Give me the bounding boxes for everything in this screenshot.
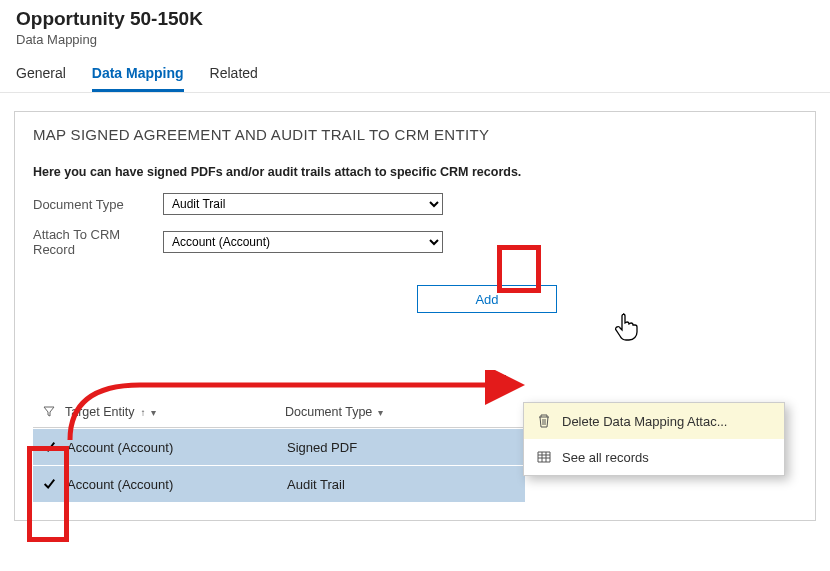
section-intro: Here you can have signed PDFs and/or aud… xyxy=(33,165,797,179)
chevron-down-icon: ▾ xyxy=(151,407,156,418)
attach-to-select[interactable]: Account (Account) xyxy=(163,231,443,253)
menu-item-see-all[interactable]: See all records xyxy=(524,439,784,475)
grid-header: Target Entity ↑ ▾ Document Type ▾ xyxy=(33,397,525,428)
check-icon xyxy=(42,477,56,491)
document-type-select[interactable]: Audit Trail xyxy=(163,193,443,215)
page-title: Opportunity 50-150K xyxy=(16,8,814,30)
tab-data-mapping[interactable]: Data Mapping xyxy=(92,65,184,92)
table-row[interactable]: Account (Account) Audit Trail xyxy=(33,465,525,502)
add-button[interactable]: Add xyxy=(417,285,557,313)
col-header-target-entity[interactable]: Target Entity ↑ ▾ xyxy=(65,405,285,419)
col-label-entity: Target Entity xyxy=(65,405,134,419)
menu-item-delete[interactable]: Delete Data Mapping Attac... xyxy=(524,403,784,439)
mapping-grid: Target Entity ↑ ▾ Document Type ▾ Accoun… xyxy=(33,397,525,502)
sort-asc-icon: ↑ xyxy=(140,407,145,418)
grid-icon xyxy=(536,449,552,465)
col-label-doc: Document Type xyxy=(285,405,372,419)
cell-doc: Signed PDF xyxy=(287,440,525,455)
kebab-icon xyxy=(503,375,506,390)
cell-entity: Account (Account) xyxy=(65,477,287,492)
attach-to-label: Attach To CRM Record xyxy=(33,227,163,257)
col-header-document-type[interactable]: Document Type ▾ xyxy=(285,405,525,419)
menu-label-delete: Delete Data Mapping Attac... xyxy=(562,414,727,429)
cell-doc: Audit Trail xyxy=(287,477,525,492)
context-menu: Delete Data Mapping Attac... See all rec… xyxy=(523,402,785,476)
more-actions-button[interactable] xyxy=(489,365,519,399)
tab-bar: General Data Mapping Related xyxy=(0,47,830,93)
menu-label-see-all: See all records xyxy=(562,450,649,465)
row-checkbox[interactable] xyxy=(33,440,65,454)
chevron-down-icon: ▾ xyxy=(378,407,383,418)
mapping-panel: MAP SIGNED AGREEMENT AND AUDIT TRAIL TO … xyxy=(14,111,816,521)
tab-general[interactable]: General xyxy=(16,65,66,92)
check-icon xyxy=(42,440,56,454)
filter-icon[interactable] xyxy=(33,405,65,420)
document-type-label: Document Type xyxy=(33,197,163,212)
section-title: MAP SIGNED AGREEMENT AND AUDIT TRAIL TO … xyxy=(33,126,797,143)
page-subtitle: Data Mapping xyxy=(16,32,814,47)
table-row[interactable]: Account (Account) Signed PDF xyxy=(33,428,525,465)
trash-icon xyxy=(536,413,552,429)
cell-entity: Account (Account) xyxy=(65,440,287,455)
row-checkbox[interactable] xyxy=(33,477,65,491)
tab-related[interactable]: Related xyxy=(210,65,258,92)
